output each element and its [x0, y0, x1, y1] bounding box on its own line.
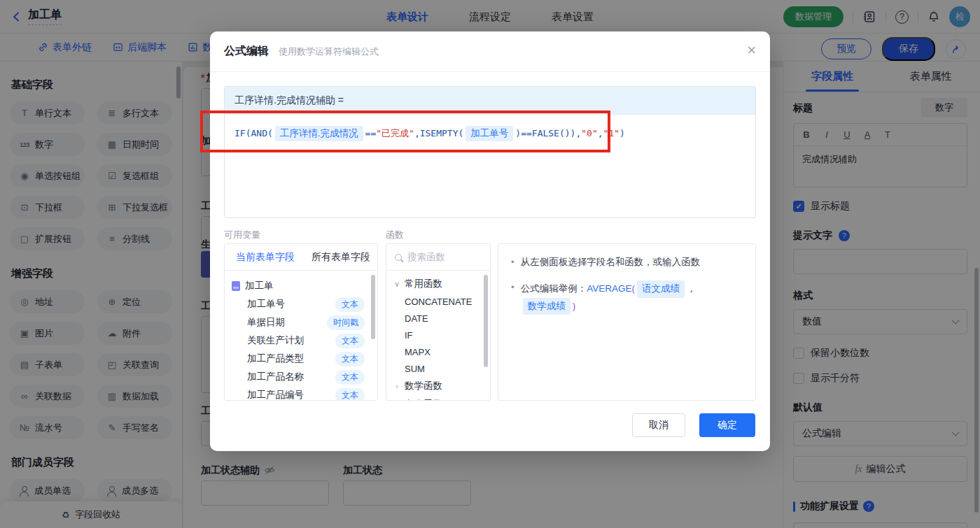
- tree-root-form[interactable]: 加工单: [232, 276, 370, 295]
- paren: ): [573, 301, 576, 311]
- variable-row[interactable]: 加工产品类型文本: [232, 350, 370, 368]
- bullet-dot: •: [511, 255, 514, 269]
- bullet-dot: •: [511, 280, 514, 315]
- help-bullet-1: • 从左侧面板选择字段名和函数，或输入函数: [511, 255, 743, 269]
- formula-editor-modal: 公式编辑 使用数学运算符编辑公式 × 工序详情.完成情况辅助 = IF(AND(…: [210, 31, 770, 451]
- variable-name: 加工产品名称: [247, 371, 335, 383]
- functions-label: 函数: [386, 229, 404, 241]
- help-text: 从左侧面板选择字段名和函数，或输入函数: [521, 255, 701, 269]
- function-item[interactable]: MAPX: [386, 343, 490, 360]
- modal-header: 公式编辑 使用数学运算符编辑公式 ×: [210, 31, 770, 72]
- form-doc-icon: [232, 281, 240, 291]
- variable-row[interactable]: 加工产品编号文本: [232, 386, 370, 401]
- variable-row[interactable]: 加工产品名称文本: [232, 368, 370, 386]
- formula-token: ==: [365, 128, 377, 138]
- field-chip: 加工单号: [465, 126, 513, 141]
- function-item[interactable]: IF: [386, 327, 490, 343]
- function-group-text[interactable]: › 文本函数: [386, 395, 490, 401]
- type-badge: 文本: [335, 297, 365, 312]
- variables-tabs: 当前表单字段 所有表单字段: [225, 244, 377, 271]
- type-badge: 文本: [335, 388, 365, 401]
- tab-all-form-fields[interactable]: 所有表单字段: [312, 251, 370, 264]
- field-chip: 数学成绩: [523, 298, 570, 315]
- example-label: 公式编辑举例：: [521, 283, 587, 294]
- function-search: [386, 244, 490, 271]
- variable-name: 加工产品编号: [247, 389, 335, 401]
- function-group-common[interactable]: ∨ 常用函数: [386, 275, 490, 293]
- function-item[interactable]: SUM: [386, 360, 490, 377]
- app: 加工单 表单设计 流程设定 表单设置 数据管理 ? 检: [0, 0, 980, 528]
- modal-title: 公式编辑: [224, 44, 269, 59]
- functions-scrollbar[interactable]: [484, 275, 488, 367]
- group-label: 常用函数: [405, 278, 442, 290]
- type-badge: 时间戳: [327, 315, 365, 330]
- variable-row[interactable]: 单据日期时间戳: [232, 313, 370, 331]
- confirm-button[interactable]: 确定: [699, 413, 755, 437]
- formula-editor-area[interactable]: IF(AND(工序详情.完成情况=="已完成",ISEMPTY(加工单号)==F…: [225, 115, 755, 152]
- variables-tree: 加工单 加工单号文本 单据日期时间戳 关联生产计划文本 加工产品类型文本 加工产…: [225, 271, 377, 401]
- formula-target: 工序详情.完成情况辅助 =: [225, 87, 755, 115]
- chevron-right-icon: ›: [393, 382, 400, 390]
- group-label: 数学函数: [405, 380, 442, 392]
- example-fn: AVERAGE: [587, 283, 631, 294]
- variable-row[interactable]: 加工单号文本: [232, 295, 370, 313]
- help-example: 公式编辑举例：AVERAGE(语文成绩，数学成绩): [521, 280, 743, 315]
- search-input[interactable]: [407, 252, 477, 262]
- type-badge: 文本: [335, 352, 365, 366]
- comma: ，: [687, 283, 696, 294]
- variables-label: 可用变量: [224, 229, 260, 241]
- paren: (: [632, 283, 636, 294]
- function-group-math[interactable]: › 数学函数: [386, 377, 490, 395]
- chevron-right-icon: ›: [393, 400, 400, 401]
- formula-string: "0": [581, 128, 597, 138]
- variable-name: 加工产品类型: [247, 352, 335, 365]
- field-chip: 工序详情.完成情况: [275, 126, 363, 141]
- close-icon[interactable]: ×: [747, 43, 756, 58]
- variable-name: 关联生产计划: [247, 334, 335, 347]
- field-chip: 语文成绩: [637, 280, 685, 297]
- formula-string: "1": [603, 128, 620, 138]
- cancel-button[interactable]: 取消: [632, 413, 685, 437]
- help-panel: • 从左侧面板选择字段名和函数，或输入函数 • 公式编辑举例：AVERAGE(语…: [498, 243, 756, 401]
- modal-subtitle: 使用数学运算符编辑公式: [279, 45, 379, 58]
- variable-name: 单据日期: [247, 316, 327, 329]
- formula-token: )==FALSE()),: [515, 128, 581, 138]
- variable-name: 加工单号: [247, 298, 335, 311]
- help-bullet-2: • 公式编辑举例：AVERAGE(语文成绩，数学成绩): [511, 280, 743, 315]
- search-icon: [395, 254, 402, 261]
- functions-panel: ∨ 常用函数 CONCATENATE DATE IF MAPX SUM › 数学…: [386, 243, 491, 401]
- formula-token: ): [620, 128, 625, 138]
- variables-scrollbar[interactable]: [371, 275, 375, 339]
- type-badge: 文本: [335, 334, 365, 348]
- type-badge: 文本: [335, 370, 365, 385]
- formula-token: ,ISEMPTY(: [414, 128, 463, 138]
- formula-token: ,: [598, 128, 603, 138]
- formula-box: 工序详情.完成情况辅助 = IF(AND(工序详情.完成情况=="已完成",IS…: [224, 86, 756, 218]
- variables-panel: 当前表单字段 所有表单字段 加工单 加工单号文本 单据日期时间戳 关联生产计划文…: [224, 243, 378, 401]
- chevron-down-icon: ∨: [393, 280, 400, 289]
- tree-root-label: 加工单: [245, 280, 274, 292]
- formula-token: IF(AND(: [234, 128, 273, 138]
- tab-current-form-fields[interactable]: 当前表单字段: [236, 251, 295, 264]
- function-item[interactable]: DATE: [386, 310, 490, 327]
- group-label: 文本函数: [405, 398, 442, 401]
- variable-row[interactable]: 关联生产计划文本: [232, 331, 370, 350]
- function-item[interactable]: CONCATENATE: [386, 293, 490, 310]
- formula-string: "已完成": [376, 128, 414, 138]
